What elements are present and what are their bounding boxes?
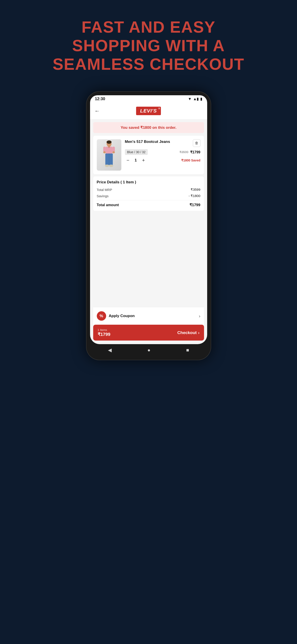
nav-home-icon[interactable]: ● [147,347,150,353]
price-row: ₹3599 ₹1799 [179,150,201,154]
coupon-left: % Apply Coupon [97,311,135,321]
svg-point-10 [105,164,109,167]
phone-screen: ← LEVI'S You saved ₹1800 on this order. [90,103,207,344]
levis-logo-badge: LEVI'S [136,107,161,115]
product-image-svg [100,140,118,170]
product-savings-label: ₹1800 Saved [181,158,200,162]
svg-rect-12 [108,146,110,147]
svg-point-11 [109,164,113,167]
phone-frame: 12:30 ▼ ▲▮ ▮ ← LEVI'S You saved ₹1800 on… [86,91,211,360]
back-button[interactable]: ← [94,108,100,114]
qty-row: − 1 + ₹1800 Saved [125,157,201,164]
content-spacer [90,213,207,307]
product-name: Men's 517 Bootcut Jeans [125,139,191,144]
coupon-percent-icon: % [99,314,103,318]
cart-content: Men's 517 Bootcut Jeans 🗑 Blue / 30 / 32… [93,136,204,174]
original-price: ₹3599 [179,150,188,154]
svg-point-6 [103,152,106,154]
product-name-row: Men's 517 Bootcut Jeans 🗑 [125,139,201,147]
android-nav-bar: ◀ ● ■ [90,344,207,356]
savings-label: Savings [97,194,109,198]
checkout-arrow-icon: › [198,330,199,335]
trash-icon: 🗑 [195,141,198,145]
qty-increase-button[interactable]: + [140,157,147,164]
checkout-button[interactable]: Checkout › [177,330,200,335]
status-bar: 12:30 ▼ ▲▮ ▮ [90,95,207,103]
variant-badge: Blue / 30 / 32 [125,149,148,155]
total-line: Total amount ₹1799 [97,202,201,207]
total-mrp-value: ₹3599 [191,188,200,192]
hero-title-line1: FAST AND EASY [82,18,215,36]
svg-point-1 [106,140,111,144]
savings-value: - ₹1800 [189,194,201,198]
qty-value: 1 [135,158,137,162]
status-time: 12:30 [95,96,105,101]
wifi-icon: ▼ [188,97,192,101]
savings-banner: You saved ₹1800 on this order. [93,122,204,133]
coupon-icon-badge: % [97,311,106,321]
checkout-price: ₹1799 [98,332,111,337]
checkout-bar[interactable]: 1 Items ₹1799 Checkout › [93,325,204,340]
hero-title: FAST AND EASY SHOPPING WITH A SEAMLESS C… [52,18,244,73]
levis-logo: LEVI'S [136,107,161,115]
qty-controls: − 1 + [125,157,147,164]
total-amount-label: Total amount [97,203,119,207]
current-price: ₹1799 [190,150,201,154]
product-image [97,139,121,170]
checkout-button-label: Checkout [177,330,197,335]
variant-row: Blue / 30 / 32 ₹3599 ₹1799 [125,149,201,155]
hero-title-line3: SEAMLESS CHECKOUT [52,55,244,73]
status-icons: ▼ ▲▮ ▮ [188,96,202,101]
hero-title-line2: SHOPPING WITH A [72,37,225,54]
delete-button[interactable]: 🗑 [193,139,201,147]
nav-recents-icon[interactable]: ■ [186,347,189,353]
coupon-label: Apply Coupon [109,314,135,318]
checkout-items-count: 1 Items [98,328,111,332]
nav-back-icon[interactable]: ◀ [108,347,112,353]
svg-point-7 [112,152,115,154]
app-header: ← LEVI'S [90,103,207,120]
total-mrp-label: Total MRP [97,188,112,192]
price-details: Price Details ( 1 Item ) Total MRP ₹3599… [93,176,204,211]
total-mrp-line: Total MRP ₹3599 [97,188,201,192]
coupon-arrow-icon: › [199,314,201,319]
checkout-left: 1 Items ₹1799 [98,328,111,337]
savings-line: Savings - ₹1800 [97,194,201,198]
total-amount-value: ₹1799 [190,202,201,207]
qty-decrease-button[interactable]: − [125,157,131,164]
product-info: Men's 517 Bootcut Jeans 🗑 Blue / 30 / 32… [125,139,201,164]
signal-icon: ▲▮ [193,96,199,101]
apply-coupon-bar[interactable]: % Apply Coupon › [93,307,204,325]
price-details-title: Price Details ( 1 Item ) [97,180,201,184]
product-row: Men's 517 Bootcut Jeans 🗑 Blue / 30 / 32… [97,139,201,170]
battery-icon: ▮ [200,96,202,101]
